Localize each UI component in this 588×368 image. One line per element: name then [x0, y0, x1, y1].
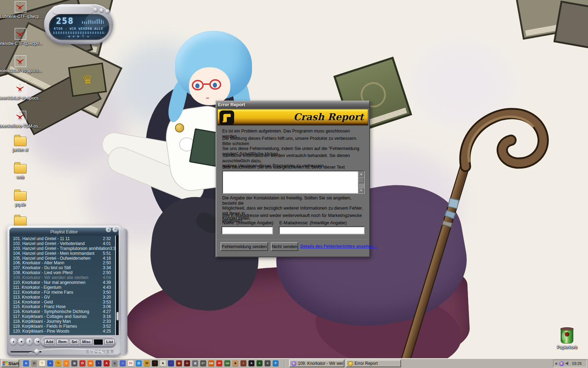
- drive-icon[interactable]: ▤: [31, 360, 37, 366]
- playlist-track[interactable]: 106. Knorkator - Alter Mann2:50: [9, 261, 119, 266]
- desktop-icon-junien-xl[interactable]: junien xl: [0, 137, 41, 152]
- mail-icon[interactable]: ✉: [216, 360, 222, 366]
- media-player-pod[interactable]: 258 KTOR - WIR WERDEN ALLE ◀ ■ ▶ Ⅱ ▲: [44, 4, 113, 44]
- arcade-icon[interactable]: ▪: [96, 360, 102, 366]
- name-field[interactable]: [222, 226, 273, 234]
- pod-button-1[interactable]: [93, 7, 98, 12]
- internet-explorer-icon[interactable]: e: [23, 360, 29, 366]
- playlist-track[interactable]: 108. Knorkator - Lied vom Pferd2:50: [9, 271, 119, 275]
- playlist-close-button[interactable]: ×: [112, 227, 118, 232]
- playlist-misc-button[interactable]: Misc: [80, 339, 92, 345]
- tray-clock[interactable]: 03:25: [572, 361, 582, 366]
- pause-icon[interactable]: Ⅱ: [26, 338, 33, 345]
- fish-icon[interactable]: @: [136, 360, 142, 366]
- phoenix-icon[interactable]: w: [88, 360, 93, 366]
- playlist-track[interactable]: 109. Knorkator - Wir werden alle sterben…: [9, 275, 119, 280]
- desktop-icon-boenkofisno-tdm-os-[interactable]: boenkofisno-TDM-os...: [0, 111, 41, 129]
- scroll-up-icon[interactable]: ▲: [358, 171, 364, 177]
- coin-icon[interactable]: W: [144, 360, 150, 366]
- playlist-track[interactable]: 118. Korpiklaani - Journey Man2:33: [9, 319, 119, 324]
- playlist-track[interactable]: 116. Knorkator - Symphonische Dichtung4:…: [9, 309, 119, 314]
- medal-icon[interactable]: ◉: [176, 360, 182, 366]
- etw-icon[interactable]: ET: [200, 360, 206, 366]
- desktop-icon-web[interactable]: web: [0, 164, 41, 180]
- playlist-track[interactable]: 111. Knorkator - Eigentum4:43: [9, 285, 119, 290]
- playlist-track[interactable]: 103. Hanzel und Gretel - Transplutonion …: [9, 246, 119, 251]
- prev-icon[interactable]: Ⅰ◀: [34, 338, 41, 345]
- report-details-link[interactable]: Details des Fehlerberichtes ansehen…: [300, 244, 377, 249]
- playlist-track[interactable]: 113. Knorkator - GV3:20: [9, 295, 119, 300]
- taskbar-button-error-report[interactable]: Error Report: [346, 360, 401, 367]
- playlist-track[interactable]: 114. Knorkator - Geld3:53: [9, 300, 119, 305]
- email-field[interactable]: [279, 226, 365, 234]
- desktop-icon-partial-folder[interactable]: [0, 217, 41, 226]
- desktop-icon-bnkivdw-ctf-q3wcp9-[interactable]: bnkivdw-CTF-q3wcp9...: [0, 28, 41, 46]
- start-button[interactable]: Start: [1, 360, 19, 367]
- playlist-track[interactable]: 120. Korpiklaani - Pine Woods4:25: [9, 329, 119, 334]
- headphones-icon[interactable]: ∩: [120, 360, 126, 366]
- playlist-track[interactable]: 101. Hanzel und Gretel - 11 112:32: [9, 237, 119, 241]
- taskbar-button-winamp[interactable]: 109. Knorkator - Wir wer…: [289, 360, 344, 367]
- desktop-icon-pq-de[interactable]: pq.de: [0, 191, 41, 207]
- stop-icon[interactable]: ■: [18, 338, 25, 345]
- playlist-track[interactable]: 112. Knorkator - Für meine Fans3:50: [9, 290, 119, 295]
- playlist-track[interactable]: 104. Hanzel und Gretel - Mein kommandant…: [9, 251, 119, 256]
- playlist-track[interactable]: 107. Knorkator - Du bist so Still3:34: [9, 266, 119, 271]
- ch-icon[interactable]: CH: [224, 360, 230, 366]
- pod-button-3[interactable]: [105, 9, 110, 14]
- pod-button-2[interactable]: [99, 8, 104, 13]
- winamp-tray-icon[interactable]: [559, 361, 564, 366]
- playlist-rem-button[interactable]: Rem: [56, 339, 68, 345]
- star-2-icon[interactable]: ★: [248, 360, 254, 366]
- playlist-scrollbar-thumb[interactable]: [117, 312, 119, 320]
- track-title: 118. Korpiklaani - Journey Man: [13, 319, 71, 324]
- skull-icon[interactable]: ☠: [184, 360, 190, 366]
- opera-icon[interactable]: O: [79, 360, 85, 366]
- error-dialog-title-bar[interactable]: Error Report: [216, 101, 369, 108]
- playlist-list-button[interactable]: List: [104, 339, 115, 345]
- desktop-icon-boenk1sls-vs-apocs-[interactable]: boenk1sLs!-vs-apocs...: [0, 83, 41, 101]
- textarea-scrollbar-thumb[interactable]: [358, 177, 364, 183]
- star-gray-icon[interactable]: ★: [265, 360, 271, 366]
- ew-icon[interactable]: EW: [208, 360, 214, 366]
- notes-icon[interactable]: ✎: [39, 360, 45, 366]
- star-green-icon[interactable]: ★: [257, 360, 262, 366]
- robot-icon[interactable]: ▣: [192, 360, 198, 366]
- scroll-down-icon[interactable]: ▼: [358, 188, 364, 193]
- desktop-icon-slsboenk-ctf-q3wcp-[interactable]: sLsboenk-CTF-q3wcp...: [0, 1, 41, 19]
- total-commander-icon[interactable]: TC: [128, 360, 134, 366]
- playlist-track[interactable]: 102. Hanzel und Gretel - Verbotenland4:0…: [9, 241, 119, 246]
- firebird-ball-icon[interactable]: ●: [63, 360, 69, 366]
- playlist-add-button[interactable]: Add: [44, 339, 55, 345]
- spider-icon[interactable]: ✳: [168, 360, 174, 366]
- volume-icon[interactable]: [566, 361, 570, 366]
- playlist-track[interactable]: 110. Knorkator - Nur mal angenommen4:39: [9, 280, 119, 285]
- knight-icon[interactable]: ♞: [160, 360, 166, 366]
- camera-icon[interactable]: ▣: [71, 360, 77, 366]
- textarea-scrollbar[interactable]: ▲ ▼: [358, 171, 364, 193]
- playlist-sel-button[interactable]: Sel: [70, 339, 79, 345]
- playlist-track[interactable]: 115. Knorkator - Franz Hose3:06: [9, 305, 119, 309]
- red-a-icon[interactable]: A: [104, 360, 110, 366]
- playlist-track[interactable]: 117. Korpiklaani - Cottages and Saunas3:…: [9, 314, 119, 319]
- playlist-track[interactable]: 119. Korpiklaani - Fields in Flames3:52: [9, 324, 119, 329]
- jet-icon[interactable]: ✈: [273, 360, 279, 366]
- globe-icon[interactable]: ●: [47, 360, 53, 366]
- playlist-track[interactable]: 105. Hanzel und Gretel - Oufweidersehen4…: [9, 256, 119, 261]
- dont-send-button[interactable]: Nicht senden: [271, 242, 298, 251]
- pirate-icon[interactable]: ☻: [232, 360, 238, 366]
- tray-collapse-icon[interactable]: «: [555, 361, 558, 366]
- gold-pen-icon[interactable]: ✎: [55, 360, 61, 366]
- quake-icon[interactable]: †: [152, 360, 158, 366]
- desktop-icon-boenk1sls-vs-apocs-[interactable]: boenk1sLs!-vs-apocs...: [0, 55, 41, 73]
- crash-report-logo-icon: [219, 110, 234, 125]
- playlist-shade-button[interactable]: ∨: [106, 227, 111, 232]
- chest-icon[interactable]: ≡: [240, 360, 246, 366]
- recycle-bin[interactable]: Papierkorb: [555, 328, 579, 350]
- eject-icon[interactable]: ▲: [10, 338, 17, 345]
- error-description-input[interactable]: ▲ ▼: [222, 171, 365, 194]
- playlist-scrollbar[interactable]: [115, 236, 119, 335]
- playlist-title-bar[interactable]: Playlist Editor: [9, 228, 119, 236]
- send-report-button[interactable]: Fehlermeldung senden: [220, 242, 268, 251]
- quark-icon[interactable]: q: [112, 360, 118, 366]
